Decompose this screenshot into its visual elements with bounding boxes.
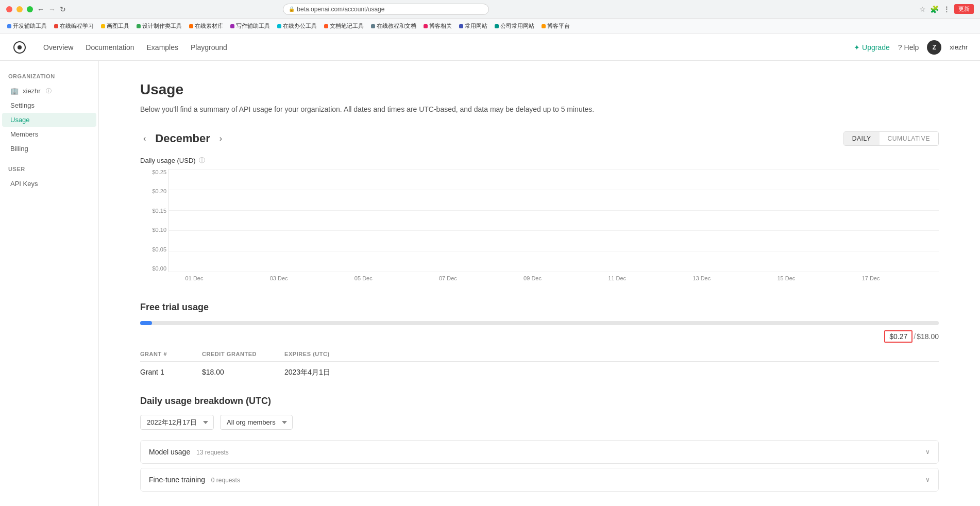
grant-table: GRANT # CREDIT GRANTED EXPIRES (UTC) Gra… bbox=[140, 351, 939, 379]
bookmark-item[interactable]: 画图工具 bbox=[98, 21, 132, 31]
menu-icon[interactable]: ⋮ bbox=[943, 5, 950, 13]
model-usage-header[interactable]: Model usage 13 requests ∨ bbox=[141, 441, 938, 463]
bookmark-icon bbox=[137, 24, 141, 28]
view-toggle: DAILY CUMULATIVE bbox=[843, 131, 939, 146]
sidebar-item-api-keys[interactable]: API Keys bbox=[2, 177, 96, 191]
bookmark-icon bbox=[7, 24, 11, 28]
chart-label: Daily usage (USD) ⓘ bbox=[140, 156, 939, 165]
grant-divider bbox=[140, 361, 939, 362]
back-btn[interactable]: ← bbox=[37, 5, 44, 13]
browser-chrome: ← → ↻ 🔒 beta.openai.com/account/usage ☆ … bbox=[0, 0, 980, 19]
bookmark-item[interactable]: 在线编程学习 bbox=[51, 21, 97, 31]
forward-btn[interactable]: → bbox=[48, 5, 56, 13]
sidebar-item-usage[interactable]: Usage bbox=[2, 113, 96, 127]
update-btn[interactable]: 更新 bbox=[954, 4, 974, 14]
info-icon: ⓘ bbox=[46, 87, 52, 95]
help-button[interactable]: ? Help bbox=[898, 43, 919, 52]
model-usage-accordion: Model usage 13 requests ∨ bbox=[140, 440, 939, 464]
daily-toggle-btn[interactable]: DAILY bbox=[844, 132, 880, 145]
bookmark-item[interactable]: 博客相关 bbox=[420, 21, 455, 31]
bookmark-item[interactable]: 博客平台 bbox=[538, 21, 573, 31]
maximize-window-btn[interactable] bbox=[27, 6, 33, 12]
bookmark-icon bbox=[189, 24, 193, 28]
grant-row: Grant 1 $18.00 2023年4月1日 bbox=[140, 366, 939, 379]
bookmark-item[interactable]: 常用网站 bbox=[456, 21, 491, 31]
free-trial-title: Free trial usage bbox=[140, 302, 939, 313]
filter-row: 2022年12月17日 All org members bbox=[140, 415, 939, 430]
sidebar-item-members[interactable]: Members bbox=[2, 127, 96, 141]
username: xiezhr bbox=[950, 43, 968, 51]
close-window-btn[interactable] bbox=[6, 6, 12, 12]
bookmark-icon[interactable]: ☆ bbox=[919, 5, 926, 13]
nav-documentation[interactable]: Documentation bbox=[86, 43, 134, 52]
minimize-window-btn[interactable] bbox=[16, 6, 23, 12]
extensions-icon[interactable]: 🧩 bbox=[930, 5, 939, 13]
cumulative-toggle-btn[interactable]: CUMULATIVE bbox=[880, 132, 938, 145]
model-usage-chevron: ∨ bbox=[925, 448, 930, 456]
bookmark-item[interactable]: 公司常用网站 bbox=[492, 21, 537, 31]
user-section-label: USER bbox=[0, 166, 98, 176]
main-content: Usage Below you'll find a summary of API… bbox=[99, 61, 980, 506]
bookmark-icon bbox=[371, 24, 375, 28]
expires-col-header: EXPIRES (UTC) bbox=[284, 351, 387, 357]
bookmark-icon bbox=[277, 24, 281, 28]
usage-total: $18.00 bbox=[917, 332, 939, 341]
model-usage-title: Model usage bbox=[149, 448, 190, 456]
usage-bar-fill bbox=[140, 321, 152, 325]
bookmark-item[interactable]: 在线教程和文档 bbox=[368, 21, 419, 31]
bookmark-item[interactable]: 在线办公工具 bbox=[274, 21, 320, 31]
avatar[interactable]: Z bbox=[927, 40, 941, 55]
openai-logo[interactable] bbox=[12, 40, 27, 55]
grant-number: Grant 1 bbox=[140, 368, 202, 377]
main-layout: ORGANIZATION 🏢 xiezhr ⓘ Settings Usage M… bbox=[0, 61, 980, 506]
credit-granted: $18.00 bbox=[202, 368, 284, 377]
prev-month-btn[interactable]: ‹ bbox=[140, 133, 149, 144]
user-section: USER API Keys bbox=[0, 166, 98, 191]
bookmark-item[interactable]: 在线素材库 bbox=[186, 21, 226, 31]
bookmarks-bar: 开发辅助工具在线编程学习画图工具设计制作类工具在线素材库写作辅助工具在线办公工具… bbox=[0, 19, 980, 34]
bookmark-item[interactable]: 写作辅助工具 bbox=[227, 21, 273, 31]
usage-current: $0.27 bbox=[884, 330, 913, 343]
grant-table-header: GRANT # CREDIT GRANTED EXPIRES (UTC) bbox=[140, 351, 939, 357]
bookmark-icon bbox=[101, 24, 105, 28]
address-bar[interactable]: 🔒 beta.openai.com/account/usage bbox=[283, 4, 489, 15]
bookmark-item[interactable]: 开发辅助工具 bbox=[4, 21, 50, 31]
usage-bar-wrapper bbox=[140, 321, 939, 325]
chart-bars bbox=[169, 169, 939, 272]
finetune-title-group: Fine-tune training 0 requests bbox=[149, 476, 240, 484]
chart-y-axis: $0.25$0.20$0.15$0.10$0.05$0.00 bbox=[143, 169, 166, 272]
svg-point-0 bbox=[18, 45, 22, 49]
finetune-header[interactable]: Fine-tune training 0 requests ∨ bbox=[141, 468, 938, 491]
member-filter-select[interactable]: All org members bbox=[220, 415, 293, 430]
upgrade-button[interactable]: ✦ Upgrade bbox=[854, 43, 890, 52]
org-section-label: ORGANIZATION bbox=[0, 73, 98, 83]
nav-examples[interactable]: Examples bbox=[147, 43, 178, 52]
nav-overview[interactable]: Overview bbox=[43, 43, 73, 52]
usage-separator: / bbox=[913, 332, 917, 341]
reload-btn[interactable]: ↻ bbox=[60, 5, 66, 13]
sidebar-item-settings[interactable]: Settings bbox=[2, 98, 96, 112]
url-text: beta.openai.com/account/usage bbox=[297, 6, 384, 13]
grant-col-header: GRANT # bbox=[140, 351, 202, 357]
sidebar-item-billing[interactable]: Billing bbox=[2, 142, 96, 156]
nav-links: Overview Documentation Examples Playgrou… bbox=[43, 43, 227, 52]
bookmark-icon bbox=[230, 24, 234, 28]
month-title: December bbox=[155, 132, 210, 145]
lock-icon: 🔒 bbox=[289, 6, 295, 12]
date-filter-select[interactable]: 2022年12月17日 bbox=[140, 415, 214, 430]
billing-label: Billing bbox=[10, 145, 28, 153]
finetune-accordion: Fine-tune training 0 requests ∨ bbox=[140, 468, 939, 492]
bookmark-icon bbox=[542, 24, 546, 28]
nav-playground[interactable]: Playground bbox=[191, 43, 227, 52]
expires-date: 2023年4月1日 bbox=[284, 368, 387, 377]
model-usage-title-group: Model usage 13 requests bbox=[149, 448, 229, 456]
bookmark-item[interactable]: 文档笔记工具 bbox=[321, 21, 367, 31]
bookmark-icon bbox=[324, 24, 328, 28]
usage-bar-container bbox=[140, 321, 939, 325]
members-label: Members bbox=[10, 130, 38, 138]
bookmark-icon bbox=[495, 24, 499, 28]
upgrade-label: Upgrade bbox=[862, 43, 890, 52]
next-month-btn[interactable]: › bbox=[216, 133, 225, 144]
sidebar-item-org[interactable]: 🏢 xiezhr ⓘ bbox=[2, 84, 96, 98]
bookmark-item[interactable]: 设计制作类工具 bbox=[133, 21, 185, 31]
